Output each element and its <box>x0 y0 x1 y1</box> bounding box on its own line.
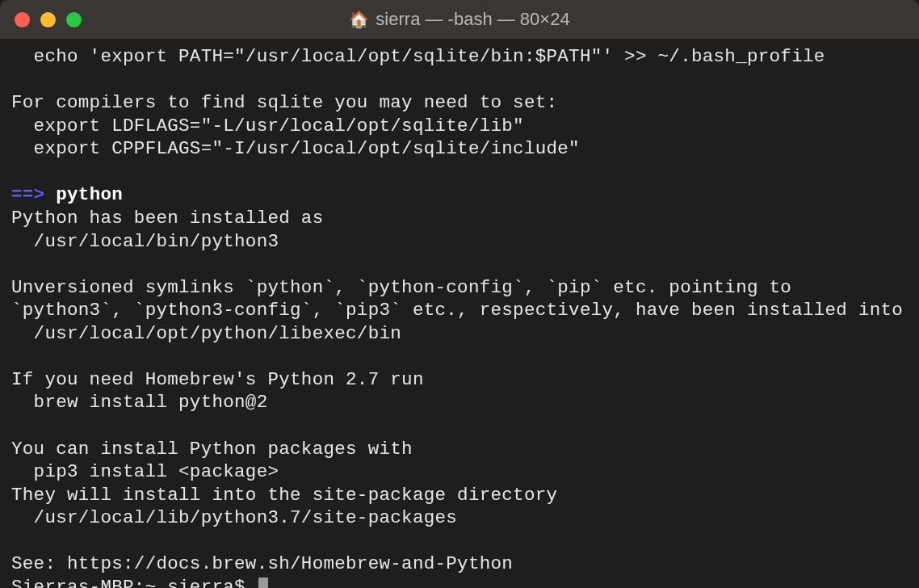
output-line: pip3 install <package> <box>11 461 279 482</box>
titlebar: 🏠 sierra — -bash — 80×24 <box>0 0 919 39</box>
shell-prompt: Sierras-MBP:~ sierra$ <box>11 576 257 588</box>
maximize-button[interactable] <box>66 12 82 27</box>
output-line: Python has been installed as <box>11 208 323 229</box>
output-line: /usr/local/opt/python/libexec/bin <box>11 323 401 344</box>
minimize-button[interactable] <box>40 12 56 27</box>
output-line: You can install Python packages with <box>11 439 413 460</box>
title-text: sierra — -bash — 80×24 <box>376 9 569 30</box>
terminal-output[interactable]: echo 'export PATH="/usr/local/opt/sqlite… <box>0 39 919 588</box>
section-header: python <box>56 184 123 205</box>
output-line: export CPPFLAGS="-I/usr/local/opt/sqlite… <box>11 138 580 159</box>
output-line: They will install into the site-package … <box>11 485 557 506</box>
output-line: If you need Homebrew's Python 2.7 run <box>11 369 424 390</box>
close-button[interactable] <box>15 12 30 27</box>
output-line: brew install python@2 <box>11 392 267 413</box>
section-arrow: ==> <box>11 184 44 205</box>
output-line: /usr/local/bin/python3 <box>11 231 279 252</box>
output-line: echo 'export PATH="/usr/local/opt/sqlite… <box>11 46 825 67</box>
output-line: /usr/local/lib/python3.7/site-packages <box>11 507 457 528</box>
home-icon: 🏠 <box>349 11 369 27</box>
window-title: 🏠 sierra — -bash — 80×24 <box>349 9 569 30</box>
output-line: For compilers to find sqlite you may nee… <box>11 92 557 113</box>
cursor <box>258 578 268 588</box>
output-line: export LDFLAGS="-L/usr/local/opt/sqlite/… <box>11 116 524 136</box>
traffic-lights <box>15 12 82 27</box>
terminal-window: 🏠 sierra — -bash — 80×24 echo 'export PA… <box>0 0 919 588</box>
output-line: Unversioned symlinks `python`, `python-c… <box>11 277 791 298</box>
output-line: See: https://docs.brew.sh/Homebrew-and-P… <box>11 553 513 574</box>
output-line: `python3`, `python3-config`, `pip3` etc.… <box>11 300 903 321</box>
